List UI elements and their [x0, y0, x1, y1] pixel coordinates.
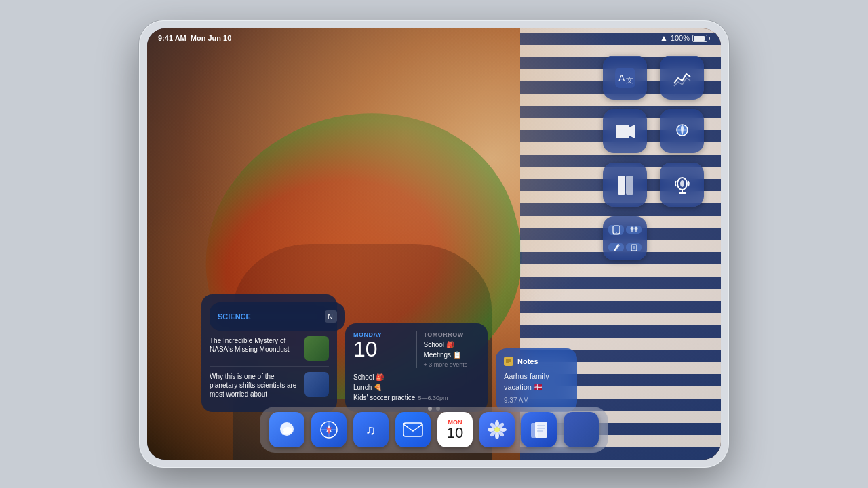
cal-header: MONDAY 10 TOMORROW School 🎒 Meetings 📋 +… — [353, 331, 479, 368]
svg-rect-3 — [616, 125, 629, 138]
svg-point-44 — [500, 428, 507, 432]
dock-icon-files[interactable] — [521, 412, 557, 447]
svg-rect-50 — [535, 422, 547, 438]
cal-event-3: Kids' soccer practice 5—6:30pm — [353, 394, 479, 401]
notes-time: 9:37 AM — [504, 396, 569, 404]
files-icon-svg — [528, 419, 550, 441]
ipad-screen: 9:41 AM Mon Jun 10 ▲ 100% A — [147, 28, 721, 460]
wifi-icon: ▲ — [660, 33, 668, 43]
svg-marker-21 — [614, 244, 620, 251]
svg-rect-7 — [618, 176, 625, 195]
battery-fill — [694, 36, 705, 41]
svg-point-16 — [630, 226, 633, 230]
dock: ♫ MON 10 — [260, 407, 608, 453]
notes-header-text: Notes — [517, 357, 538, 365]
svg-text:文: 文 — [626, 76, 633, 84]
app-icon-podcasts[interactable] — [660, 163, 704, 207]
app-icon-maps[interactable] — [660, 109, 704, 153]
apple-news-icon: N — [325, 310, 337, 323]
music-icon-svg: ♫ — [361, 420, 380, 439]
news-item-1: The Incredible Mystery of NASA's Missing… — [210, 336, 329, 361]
status-date: Mon Jun 10 — [191, 34, 232, 42]
dock-icon-safari[interactable] — [311, 412, 347, 447]
battery-tip — [709, 37, 710, 40]
app-icon-stocks[interactable] — [660, 56, 704, 100]
svg-text:N: N — [328, 312, 333, 321]
mail-icon-svg — [402, 422, 424, 438]
notes-header: Notes — [504, 357, 569, 366]
settings-flower-icon-svg — [487, 420, 507, 440]
dock-icon-mail[interactable] — [395, 412, 431, 447]
ipad-frame: 9:41 AM Mon Jun 10 ▲ 100% A — [139, 20, 729, 468]
notes-widget[interactable]: Notes Aarhus family vacation 🇩🇰 9:37 AM — [496, 348, 577, 412]
dock-cal-day: 10 — [447, 426, 463, 441]
cal-tomorrow-label: TOMORROW — [424, 331, 480, 338]
dock-icon-launchpad[interactable] — [564, 412, 599, 447]
dock-icon-music[interactable]: ♫ — [353, 412, 389, 447]
cal-event-2: Lunch 🍕 — [353, 384, 479, 391]
notes-body: Aarhus family vacation 🇩🇰 — [504, 371, 569, 392]
app-grid: A 文 — [603, 56, 707, 260]
news-title-1: The Incredible Mystery of NASA's Missing… — [210, 336, 299, 354]
cal-today: MONDAY 10 — [353, 331, 410, 368]
status-right: ▲ 100% — [660, 33, 710, 43]
battery-body — [692, 35, 707, 42]
app-icon-translate[interactable]: A 文 — [603, 56, 647, 100]
dock-icon-messages[interactable] — [269, 412, 304, 447]
app-icon-utilities-group[interactable] — [603, 216, 647, 260]
battery-percentage: 100% — [671, 34, 690, 42]
news-widget[interactable]: Science N The Incredible Mystery of NASA… — [201, 294, 337, 412]
svg-rect-8 — [626, 176, 633, 195]
svg-rect-22 — [631, 245, 637, 251]
app-icon-books[interactable] — [603, 163, 647, 207]
svg-point-18 — [634, 226, 637, 230]
svg-text:♫: ♫ — [366, 422, 376, 437]
battery-indicator — [692, 35, 710, 42]
cal-more-events: + 3 more events — [424, 361, 480, 368]
news-item-2: Why this is one of the planetary shifts … — [210, 372, 329, 399]
calendar-widget[interactable]: MONDAY 10 TOMORROW School 🎒 Meetings 📋 +… — [345, 323, 488, 412]
svg-point-43 — [488, 428, 494, 432]
news-divider — [210, 366, 329, 367]
svg-point-42 — [495, 432, 499, 439]
news-title-2: Why this is one of the planetary shifts … — [210, 372, 299, 399]
news-source-header: Science N — [210, 302, 345, 331]
news-thumb-1 — [304, 336, 329, 361]
dock-icon-calendar[interactable]: MON 10 — [437, 412, 473, 447]
svg-point-41 — [495, 420, 499, 427]
dock-icon-settings[interactable] — [479, 412, 515, 447]
widgets-area: Science N The Incredible Mystery of NASA… — [201, 294, 577, 412]
cal-tomorrow-event1: School 🎒 — [424, 341, 480, 348]
news-source-name: Science — [218, 312, 251, 321]
status-time: 9:41 AM — [158, 34, 186, 42]
news-thumb-2 — [304, 372, 329, 396]
safari-icon-svg — [319, 420, 339, 440]
cal-today-day: 10 — [353, 338, 410, 360]
status-left: 9:41 AM Mon Jun 10 — [158, 34, 231, 42]
svg-point-11 — [680, 180, 684, 187]
svg-marker-4 — [629, 125, 635, 138]
svg-point-15 — [616, 232, 617, 233]
status-bar: 9:41 AM Mon Jun 10 ▲ 100% — [147, 28, 721, 47]
messages-icon-svg — [277, 420, 296, 439]
app-icon-facetime[interactable] — [603, 109, 647, 153]
notes-icon — [504, 357, 513, 366]
svg-rect-39 — [403, 423, 422, 436]
svg-text:A: A — [618, 73, 625, 83]
cal-tomorrow: TOMORROW School 🎒 Meetings 📋 + 3 more ev… — [416, 331, 480, 368]
cal-tomorrow-event2: Meetings 📋 — [424, 351, 480, 359]
cal-event-1: School 🎒 — [353, 373, 479, 381]
cal-event-3-time: 5—6:30pm — [418, 394, 448, 401]
